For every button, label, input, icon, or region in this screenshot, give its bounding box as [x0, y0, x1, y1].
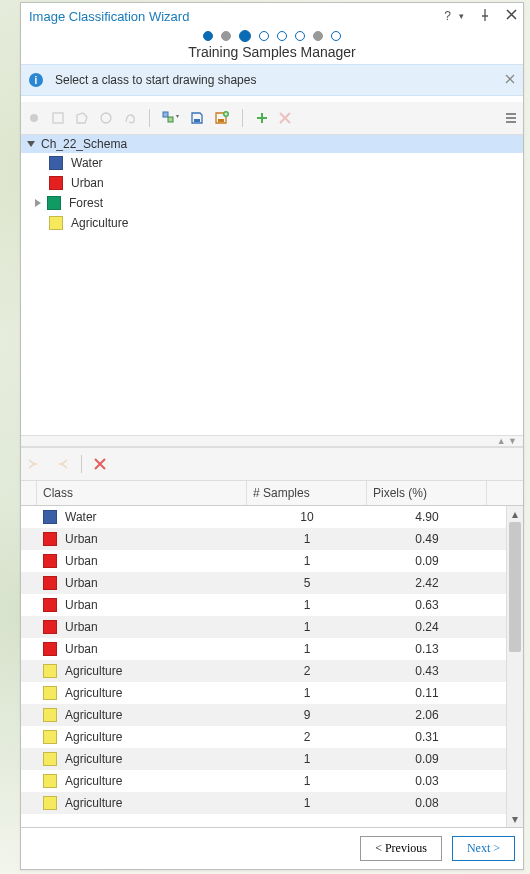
- class-swatch: [47, 196, 61, 210]
- row-swatch: [43, 620, 57, 634]
- step-dot[interactable]: [259, 31, 269, 41]
- table-row[interactable]: Agriculture20.43: [21, 660, 506, 682]
- col-class[interactable]: Class: [37, 481, 247, 505]
- help-icon[interactable]: ?: [444, 9, 451, 23]
- row-class: Urban: [65, 554, 98, 568]
- scroll-down-icon[interactable]: ▾: [507, 811, 523, 827]
- scrollbar[interactable]: ▴ ▾: [506, 506, 523, 827]
- table-row[interactable]: Urban10.13: [21, 638, 506, 660]
- wizard-panel: Image Classification Wizard ? ▾ Training…: [20, 2, 524, 870]
- row-pixels: 0.63: [367, 598, 487, 612]
- col-spacer: [21, 481, 37, 505]
- table-row[interactable]: Agriculture10.09: [21, 748, 506, 770]
- row-samples: 2: [247, 730, 367, 744]
- row-class: Water: [65, 510, 97, 524]
- step-dot[interactable]: [203, 31, 213, 41]
- tree-class-item[interactable]: Agriculture: [21, 213, 523, 233]
- svg-point-0: [30, 114, 38, 122]
- table-row[interactable]: Urban10.63: [21, 594, 506, 616]
- pin-icon[interactable]: [472, 9, 490, 24]
- scroll-up-icon[interactable]: ▴: [507, 506, 523, 522]
- row-samples: 1: [247, 554, 367, 568]
- row-swatch: [43, 752, 57, 766]
- table-row[interactable]: Water104.90: [21, 506, 506, 528]
- segment-picker-icon[interactable]: [162, 111, 180, 125]
- point-icon: [27, 111, 41, 125]
- table-row[interactable]: Urban52.42: [21, 572, 506, 594]
- svg-rect-4: [168, 117, 173, 122]
- row-class: Agriculture: [65, 708, 122, 722]
- row-swatch: [43, 598, 57, 612]
- load-samples-icon[interactable]: [214, 111, 230, 125]
- polygon-icon: [75, 111, 89, 125]
- table-row[interactable]: Agriculture10.11: [21, 682, 506, 704]
- tree-class-item[interactable]: Forest: [21, 193, 523, 213]
- tree-class-item[interactable]: Water: [21, 153, 523, 173]
- row-samples: 1: [247, 752, 367, 766]
- row-class: Agriculture: [65, 686, 122, 700]
- col-samples[interactable]: # Samples: [247, 481, 367, 505]
- scroll-thumb[interactable]: [509, 522, 521, 652]
- step-dot[interactable]: [331, 31, 341, 41]
- row-pixels: 0.08: [367, 796, 487, 810]
- table-body: Water104.90Urban10.49Urban10.09Urban52.4…: [21, 506, 506, 827]
- next-button[interactable]: Next >: [452, 836, 515, 861]
- svg-point-2: [101, 113, 111, 123]
- row-class: Urban: [65, 598, 98, 612]
- col-pixels[interactable]: Pixels (%): [367, 481, 487, 505]
- window-title: Image Classification Wizard: [29, 9, 436, 24]
- table-row[interactable]: Urban10.09: [21, 550, 506, 572]
- table-row[interactable]: Agriculture20.31: [21, 726, 506, 748]
- save-icon[interactable]: [190, 111, 204, 125]
- info-close-icon[interactable]: [505, 73, 515, 87]
- add-icon[interactable]: [255, 111, 269, 125]
- row-pixels: 0.11: [367, 686, 487, 700]
- class-swatch: [49, 156, 63, 170]
- class-tree: Ch_22_Schema WaterUrbanForestAgriculture: [21, 135, 523, 436]
- row-swatch: [43, 708, 57, 722]
- schema-root[interactable]: Ch_22_Schema: [21, 135, 523, 153]
- row-samples: 10: [247, 510, 367, 524]
- row-pixels: 0.31: [367, 730, 487, 744]
- step-dot[interactable]: [221, 31, 231, 41]
- collapse-icon[interactable]: [27, 141, 35, 147]
- info-bar: i Select a class to start drawing shapes: [21, 64, 523, 96]
- menu-icon[interactable]: [505, 112, 517, 124]
- row-class: Urban: [65, 620, 98, 634]
- row-swatch: [43, 532, 57, 546]
- tree-class-item[interactable]: Urban: [21, 173, 523, 193]
- step-dot[interactable]: [277, 31, 287, 41]
- step-dot[interactable]: [295, 31, 305, 41]
- row-swatch: [43, 554, 57, 568]
- row-class: Urban: [65, 642, 98, 656]
- merge-icon: [27, 457, 43, 471]
- row-pixels: 0.03: [367, 774, 487, 788]
- step-dot[interactable]: [239, 30, 251, 42]
- options-dropdown-icon[interactable]: ▾: [459, 11, 464, 21]
- table-row[interactable]: Agriculture10.03: [21, 770, 506, 792]
- close-icon[interactable]: [498, 9, 517, 23]
- delete-icon[interactable]: [94, 458, 106, 470]
- scroll-track[interactable]: [507, 522, 523, 811]
- row-pixels: 0.09: [367, 554, 487, 568]
- table-row[interactable]: Agriculture10.08: [21, 792, 506, 814]
- class-label: Water: [71, 156, 103, 170]
- freehand-icon: [123, 111, 137, 125]
- row-pixels: 0.24: [367, 620, 487, 634]
- row-swatch: [43, 686, 57, 700]
- class-label: Agriculture: [71, 216, 128, 230]
- table-row[interactable]: Urban10.24: [21, 616, 506, 638]
- table-header: Class # Samples Pixels (%): [21, 481, 523, 506]
- table-row[interactable]: Urban10.49: [21, 528, 506, 550]
- samples-table: Class # Samples Pixels (%) Water104.90Ur…: [21, 481, 523, 827]
- step-dot[interactable]: [313, 31, 323, 41]
- class-label: Forest: [69, 196, 103, 210]
- row-samples: 9: [247, 708, 367, 722]
- row-pixels: 2.06: [367, 708, 487, 722]
- splitter[interactable]: ▲ ▼: [21, 436, 523, 447]
- previous-button[interactable]: < Previous: [360, 836, 442, 861]
- class-swatch: [49, 176, 63, 190]
- table-row[interactable]: Agriculture92.06: [21, 704, 506, 726]
- svg-rect-1: [53, 113, 63, 123]
- expand-icon[interactable]: [35, 199, 41, 207]
